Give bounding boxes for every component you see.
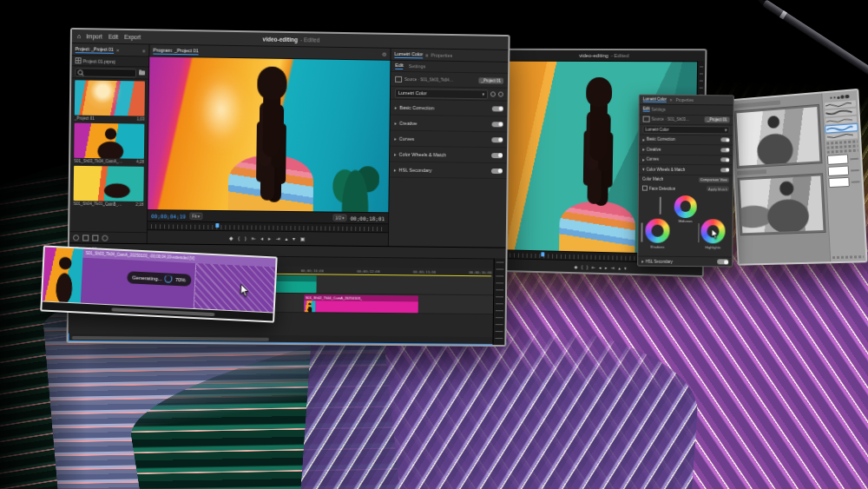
timeline-scrollbar[interactable] — [72, 336, 270, 341]
layer-row-2[interactable] — [828, 165, 860, 176]
comparison-view-button[interactable]: Comparison View — [699, 177, 729, 182]
lumetri2-section-basic[interactable]: ▸ Basic Correction — [639, 135, 733, 145]
properties-tab[interactable]: Properties — [431, 52, 452, 57]
bin-thumbnail-braids[interactable] — [74, 123, 144, 159]
bin-item[interactable]: S01_Sh04_Tk01_CamB_20250103_2;18 — [74, 166, 144, 208]
section-basic-correction[interactable]: ▸ Basic Correction — [391, 100, 508, 117]
lumetri2-section-creative[interactable]: ▸ Creative — [639, 145, 733, 155]
search-input[interactable] — [75, 68, 136, 77]
bin-item-meta: 2;18 — [135, 202, 143, 208]
brush-preset-3[interactable] — [825, 116, 857, 125]
lumetri2-section-hsl[interactable]: ▸ HSL Secondary — [638, 256, 732, 267]
list-icon[interactable]: ≡ — [425, 52, 428, 57]
edit-subtab[interactable]: Edit — [395, 63, 404, 69]
window1-title-suffix: - Edited — [300, 36, 319, 43]
layer-thumb-3[interactable] — [828, 177, 850, 188]
bin-thumbnail-room[interactable] — [75, 80, 145, 116]
menu-import[interactable]: Import — [86, 33, 102, 39]
new-item-icon[interactable] — [102, 235, 108, 241]
lumetri2-subtab-settings[interactable]: Settings — [651, 107, 665, 111]
brush-dot-4[interactable] — [841, 96, 845, 99]
list-view-icon[interactable] — [82, 235, 89, 241]
automate-icon[interactable] — [73, 235, 79, 241]
project-tab[interactable]: Project: _Project 01 — [76, 46, 114, 54]
brush-dot-1[interactable] — [831, 97, 832, 99]
icon-view-icon[interactable] — [92, 235, 98, 241]
brush-dot-3[interactable] — [837, 96, 839, 98]
generating-clip-panel[interactable]: S01_Sh03_Tk04_CamA_20250103_-00;00;04;19… — [40, 245, 277, 322]
shadows-slider[interactable] — [641, 223, 642, 242]
apply-match-button[interactable]: Apply Match — [707, 186, 729, 191]
bin-item[interactable]: _Project 011;03 — [75, 80, 145, 122]
section-color-wheels[interactable]: ▸ Color Wheels & Match — [390, 147, 507, 164]
menu-export[interactable]: Export — [124, 34, 141, 40]
playhead-2[interactable] — [542, 252, 545, 256]
section-toggle[interactable] — [491, 153, 503, 158]
storyboard-frame-1[interactable] — [734, 104, 823, 169]
section-toggle[interactable] — [720, 158, 729, 162]
generating-clip-body[interactable]: S01_Sh03_Tk04_CamA_20250103_-00;00;04;19… — [81, 249, 276, 313]
highlights-slider[interactable] — [698, 223, 700, 242]
new-bin-icon[interactable] — [139, 70, 145, 75]
layer-thumb-2[interactable] — [828, 166, 850, 176]
section-hsl-secondary[interactable]: ▸ HSL Secondary — [390, 162, 507, 179]
storyboard-frame-2[interactable] — [737, 173, 825, 235]
layer-thumb-1[interactable] — [827, 154, 849, 165]
lumetri2-preset-dropdown[interactable]: Lumetri Color ▾ — [642, 125, 729, 134]
list-icon[interactable]: ≡ — [670, 97, 673, 102]
lumetri2-subtab-edit[interactable]: Edit — [643, 107, 650, 112]
menu-edit[interactable]: Edit — [108, 34, 118, 40]
home-icon[interactable]: ⌂ — [77, 33, 81, 39]
brush-dot-5[interactable] — [845, 95, 850, 99]
section-curves[interactable]: ▸ Curves — [390, 131, 507, 149]
lumetri2-tab-properties[interactable]: Properties — [675, 97, 694, 102]
section-toggle[interactable] — [720, 138, 729, 142]
generating-hatch-region — [194, 263, 275, 312]
lumetri2-section-wheels[interactable]: ▾ Color Wheels & Match — [639, 165, 733, 175]
bin-thumbnail-yellow[interactable] — [74, 166, 144, 202]
sidebar-footer-icons[interactable] — [832, 255, 864, 259]
section-toggle[interactable] — [717, 259, 728, 264]
bin-item[interactable]: S01_Sh03_Tk04_CamA_20250103_4;28 — [74, 123, 144, 165]
grid-view-icon[interactable] — [76, 57, 82, 63]
brush-preset-selected[interactable] — [825, 124, 857, 133]
lumetri2-section-curves[interactable]: ▸ Curves — [639, 155, 733, 165]
section-toggle[interactable] — [491, 137, 503, 142]
lumetri-preset-dropdown[interactable]: Lumetri Color ▾ — [395, 88, 488, 99]
fx-badge-icon[interactable] — [490, 91, 496, 96]
program-video[interactable] — [148, 56, 390, 212]
midtones-slider[interactable] — [660, 196, 661, 214]
layer-row-3[interactable] — [828, 176, 860, 188]
project-panel-tabbar: Project: _Project 01 × ≡ — [72, 43, 149, 56]
lumetri2-clip-chip[interactable]: _Project 01 — [705, 116, 730, 122]
brush-preset-5[interactable] — [826, 132, 858, 141]
shadows-wheel[interactable] — [645, 219, 669, 243]
midtones-wheel[interactable] — [674, 195, 697, 217]
playhead[interactable] — [215, 223, 219, 228]
panel-menu-icon[interactable]: ≡ — [142, 48, 145, 53]
timeline-clip-magenta[interactable]: S01_Sh02_Tk04_CamA_20250103_ — [304, 294, 418, 313]
zoom-select[interactable]: Fit▾ — [189, 213, 202, 220]
section-toggle[interactable] — [491, 168, 503, 173]
section-toggle[interactable] — [492, 106, 503, 111]
section-toggle[interactable] — [492, 122, 503, 127]
brush-dot-2[interactable] — [833, 96, 836, 99]
lumetri-tab[interactable]: Lumetri Color — [394, 50, 423, 57]
brush-preset-2[interactable] — [825, 109, 856, 117]
program-tab[interactable]: Program: _Project 01 — [153, 47, 198, 55]
section-toggle[interactable] — [720, 148, 729, 152]
resolution-select[interactable]: 1/2▾ — [332, 215, 347, 221]
layer-row-1[interactable] — [827, 154, 859, 165]
visibility-icon[interactable] — [498, 92, 503, 97]
brush-preset-1[interactable] — [825, 100, 856, 109]
face-detection-checkbox[interactable] — [642, 186, 648, 191]
section-toggle[interactable] — [720, 168, 729, 172]
settings-subtab[interactable]: Settings — [409, 63, 426, 69]
window2-titlebar[interactable]: video-editing- Edited — [504, 50, 705, 63]
project-panel: Project: _Project 01 × ≡ Project 01.prpr… — [69, 43, 150, 243]
lumetri-clip-chip[interactable]: _Project 01 — [479, 77, 504, 83]
close-icon[interactable]: × — [116, 47, 120, 52]
lumetri2-tab-lumetri[interactable]: Lumetri Color — [643, 97, 667, 102]
gear-icon[interactable]: ⚙ — [382, 51, 386, 57]
section-creative[interactable]: ▸ Creative — [390, 116, 507, 133]
